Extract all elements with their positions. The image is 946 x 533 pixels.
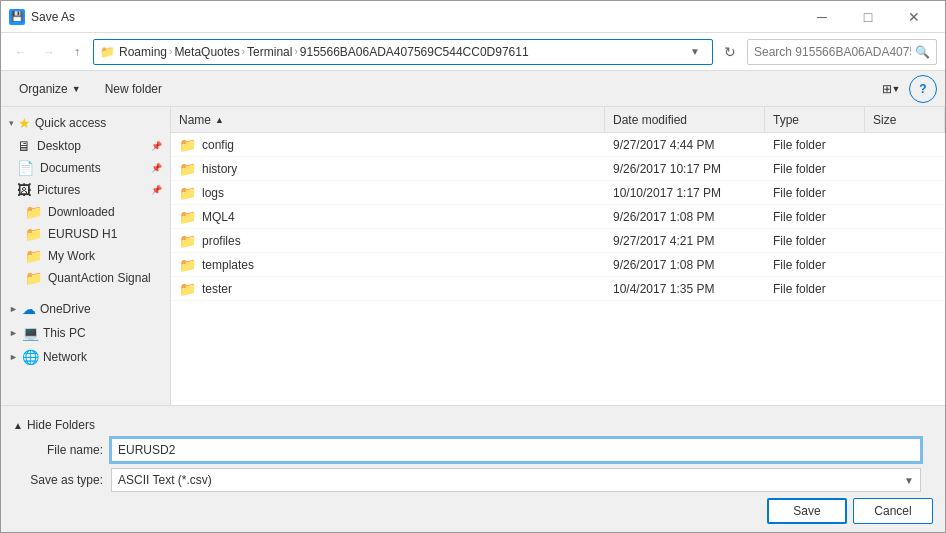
pin-icon-2: 📌 xyxy=(151,163,162,173)
col-header-date[interactable]: Date modified xyxy=(605,107,765,132)
cancel-button[interactable]: Cancel xyxy=(853,498,933,524)
thispc-header[interactable]: ► 💻 This PC xyxy=(1,321,170,345)
sidebar-item-eurusd[interactable]: 📁 EURUSD H1 xyxy=(1,223,170,245)
col-header-name[interactable]: Name ▲ xyxy=(171,107,605,132)
filename-label: File name: xyxy=(13,443,103,457)
file-name-text: MQL4 xyxy=(202,210,235,224)
forward-button[interactable]: → xyxy=(37,40,61,64)
col-size-label: Size xyxy=(873,113,896,127)
sidebar-item-mywork-label: My Work xyxy=(48,249,95,263)
view-button[interactable]: ⊞ ▼ xyxy=(877,75,905,103)
table-row[interactable]: 📁 templates 9/26/2017 1:08 PM File folde… xyxy=(171,253,945,277)
pin-icon: 📌 xyxy=(151,141,162,151)
savetype-dropdown-arrow: ▼ xyxy=(904,475,914,486)
toolbar-row: Organize ▼ New folder ⊞ ▼ ? xyxy=(1,71,945,107)
file-date-cell: 10/4/2017 1:35 PM xyxy=(605,282,765,296)
folder-icon: 📁 xyxy=(179,161,196,177)
filename-input[interactable] xyxy=(111,438,921,462)
file-type-cell: File folder xyxy=(765,234,865,248)
file-name-text: templates xyxy=(202,258,254,272)
sidebar-item-pictures-label: Pictures xyxy=(37,183,80,197)
refresh-button[interactable]: ↻ xyxy=(717,39,743,65)
sidebar-item-eurusd-label: EURUSD H1 xyxy=(48,227,117,241)
new-folder-button[interactable]: New folder xyxy=(95,75,172,103)
desktop-icon: 🖥 xyxy=(17,138,31,154)
table-row[interactable]: 📁 profiles 9/27/2017 4:21 PM File folder xyxy=(171,229,945,253)
folder-icon: 📁 xyxy=(179,281,196,297)
eurusd-folder-icon: 📁 xyxy=(25,226,42,242)
file-name-text: config xyxy=(202,138,234,152)
search-box[interactable]: 🔍 xyxy=(747,39,937,65)
col-type-label: Type xyxy=(773,113,799,127)
hide-folders-row[interactable]: ▲ Hide Folders xyxy=(13,414,933,432)
onedrive-chevron: ► xyxy=(9,304,18,314)
onedrive-header[interactable]: ► ☁ OneDrive xyxy=(1,297,170,321)
sidebar-item-pictures[interactable]: 🖼 Pictures 📌 xyxy=(1,179,170,201)
quick-access-header[interactable]: ▾ ★ Quick access xyxy=(1,111,170,135)
file-name-cell: 📁 logs xyxy=(171,185,605,201)
minimize-button[interactable]: ─ xyxy=(799,1,845,33)
quantaction-folder-icon: 📁 xyxy=(25,270,42,286)
network-header[interactable]: ► 🌐 Network xyxy=(1,345,170,369)
savetype-row: Save as type: ASCII Text (*.csv) ▼ xyxy=(13,468,933,492)
col-date-label: Date modified xyxy=(613,113,687,127)
file-name-cell: 📁 profiles xyxy=(171,233,605,249)
file-date-cell: 9/27/2017 4:21 PM xyxy=(605,234,765,248)
file-name-cell: 📁 tester xyxy=(171,281,605,297)
up-button[interactable]: ↑ xyxy=(65,40,89,64)
network-label: Network xyxy=(43,350,87,364)
downloaded-folder-icon: 📁 xyxy=(25,204,42,220)
onedrive-label: OneDrive xyxy=(40,302,91,316)
folder-icon: 📁 xyxy=(179,209,196,225)
sidebar-item-downloaded[interactable]: 📁 Downloaded xyxy=(1,201,170,223)
sidebar-item-desktop-label: Desktop xyxy=(37,139,81,153)
table-row[interactable]: 📁 logs 10/10/2017 1:17 PM File folder xyxy=(171,181,945,205)
filename-row: File name: xyxy=(13,438,933,462)
savetype-dropdown[interactable]: ASCII Text (*.csv) ▼ xyxy=(111,468,921,492)
file-name-text: logs xyxy=(202,186,224,200)
new-folder-label: New folder xyxy=(105,82,162,96)
folder-icon: 📁 xyxy=(179,233,196,249)
file-type-cell: File folder xyxy=(765,210,865,224)
col-header-type[interactable]: Type xyxy=(765,107,865,132)
pictures-icon: 🖼 xyxy=(17,182,31,198)
table-row[interactable]: 📁 history 9/26/2017 10:17 PM File folder xyxy=(171,157,945,181)
table-row[interactable]: 📁 tester 10/4/2017 1:35 PM File folder xyxy=(171,277,945,301)
view-icon: ⊞ xyxy=(882,82,892,96)
file-type-cell: File folder xyxy=(765,282,865,296)
window-title: Save As xyxy=(31,10,799,24)
file-date-cell: 9/26/2017 10:17 PM xyxy=(605,162,765,176)
file-list: 📁 config 9/27/2017 4:44 PM File folder 📁… xyxy=(171,133,945,405)
organize-button[interactable]: Organize ▼ xyxy=(9,75,91,103)
pin-icon-3: 📌 xyxy=(151,185,162,195)
sidebar-item-desktop[interactable]: 🖥 Desktop 📌 xyxy=(1,135,170,157)
sidebar-item-mywork[interactable]: 📁 My Work xyxy=(1,245,170,267)
file-type-cell: File folder xyxy=(765,138,865,152)
table-row[interactable]: 📁 config 9/27/2017 4:44 PM File folder xyxy=(171,133,945,157)
sidebar-item-quantaction[interactable]: 📁 QuantAction Signal xyxy=(1,267,170,289)
sidebar-item-documents-label: Documents xyxy=(40,161,101,175)
organize-dropdown-icon: ▼ xyxy=(72,84,81,94)
file-list-header: Name ▲ Date modified Type Size xyxy=(171,107,945,133)
thispc-label: This PC xyxy=(43,326,86,340)
maximize-button[interactable]: □ xyxy=(845,1,891,33)
close-button[interactable]: ✕ xyxy=(891,1,937,33)
help-button[interactable]: ? xyxy=(909,75,937,103)
thispc-chevron: ► xyxy=(9,328,18,338)
sidebar-item-documents[interactable]: 📄 Documents 📌 xyxy=(1,157,170,179)
hide-folders-chevron: ▲ xyxy=(13,420,23,431)
file-name-cell: 📁 history xyxy=(171,161,605,177)
quick-access-label: Quick access xyxy=(35,116,106,130)
breadcrumb-hash: 915566BA06ADA407569C544CC0D97611 xyxy=(300,45,529,59)
col-header-size[interactable]: Size xyxy=(865,107,945,132)
file-date-cell: 9/27/2017 4:44 PM xyxy=(605,138,765,152)
onedrive-icon: ☁ xyxy=(22,301,36,317)
back-button[interactable]: ← xyxy=(9,40,33,64)
table-row[interactable]: 📁 MQL4 9/26/2017 1:08 PM File folder xyxy=(171,205,945,229)
save-button[interactable]: Save xyxy=(767,498,847,524)
address-box[interactable]: 📁 Roaming › MetaQuotes › Terminal › 9155… xyxy=(93,39,713,65)
bottom-area: ▲ Hide Folders File name: Save as type: … xyxy=(1,405,945,532)
sidebar-item-downloaded-label: Downloaded xyxy=(48,205,115,219)
search-input[interactable] xyxy=(754,45,911,59)
address-dropdown-arrow[interactable]: ▼ xyxy=(690,46,706,57)
